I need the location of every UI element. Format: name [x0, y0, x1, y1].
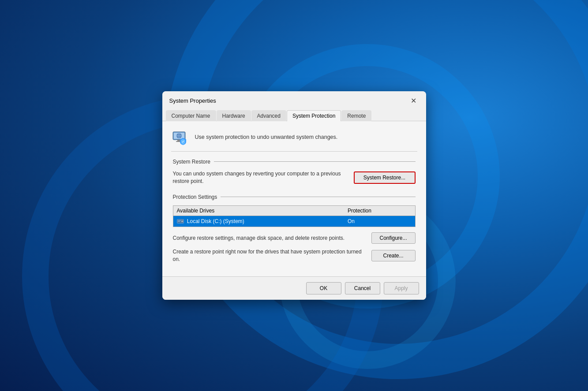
- create-button[interactable]: Create...: [371, 250, 416, 261]
- cancel-button[interactable]: Cancel: [345, 282, 380, 294]
- protection-settings-section: Protection Settings Available Drives Pro…: [171, 194, 417, 263]
- drives-table: Available Drives Protection: [173, 205, 416, 227]
- dialog-overlay: System Properties ✕ Computer Name Hardwa…: [0, 0, 588, 391]
- dialog-footer: OK Cancel Apply: [162, 276, 426, 300]
- header-section: ✓ Use system protection to undo unwanted…: [171, 128, 417, 152]
- system-protection-icon: ✓: [171, 128, 189, 146]
- tab-advanced[interactable]: Advanced: [251, 110, 286, 121]
- protection-status: On: [344, 216, 415, 227]
- table-row[interactable]: Local Disk (C:) (System) On: [173, 216, 415, 227]
- header-description: Use system protection to undo unwanted s…: [195, 134, 338, 140]
- drive-icon: [177, 218, 187, 224]
- tab-system-protection[interactable]: System Protection: [287, 110, 341, 121]
- configure-description: Configure restore settings, manage disk …: [173, 235, 367, 242]
- system-restore-header: System Restore: [173, 159, 416, 165]
- close-button[interactable]: ✕: [408, 96, 419, 106]
- col-protection: Protection: [344, 205, 415, 216]
- configure-button[interactable]: Configure...: [371, 232, 416, 244]
- restore-row: You can undo system changes by reverting…: [173, 170, 416, 185]
- system-properties-dialog: System Properties ✕ Computer Name Hardwa…: [162, 91, 426, 300]
- ok-button[interactable]: OK: [306, 282, 341, 294]
- tab-remote[interactable]: Remote: [341, 110, 371, 121]
- svg-rect-10: [178, 220, 181, 221]
- apply-button[interactable]: Apply: [384, 282, 419, 294]
- create-row: Create a restore point right now for the…: [173, 248, 416, 263]
- dialog-title: System Properties: [169, 97, 216, 104]
- create-description: Create a restore point right now for the…: [173, 248, 367, 263]
- system-restore-section: System Restore You can undo system chang…: [171, 159, 417, 185]
- dialog-content: ✓ Use system protection to undo unwanted…: [162, 121, 426, 276]
- restore-description: You can undo system changes by reverting…: [173, 170, 348, 185]
- tab-bar: Computer Name Hardware Advanced System P…: [162, 106, 426, 121]
- svg-point-12: [181, 220, 183, 222]
- tab-hardware[interactable]: Hardware: [217, 110, 251, 121]
- dialog-titlebar: System Properties ✕: [162, 91, 426, 106]
- drive-cell: Local Disk (C:) (System): [173, 216, 344, 227]
- configure-row: Configure restore settings, manage disk …: [173, 232, 416, 244]
- col-drives: Available Drives: [173, 205, 344, 216]
- system-restore-button[interactable]: System Restore...: [354, 171, 416, 184]
- drive-name: Local Disk (C:) (System): [187, 218, 244, 224]
- tab-computer-name[interactable]: Computer Name: [166, 110, 216, 121]
- svg-rect-11: [178, 221, 180, 222]
- protection-settings-header: Protection Settings: [173, 194, 416, 200]
- svg-text:✓: ✓: [182, 140, 184, 143]
